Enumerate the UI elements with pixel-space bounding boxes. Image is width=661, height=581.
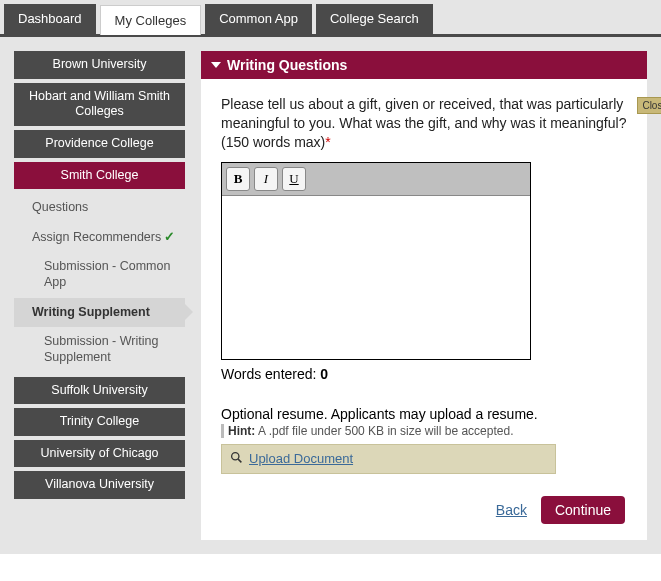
rich-text-editor: B I U [221,162,531,360]
continue-button[interactable]: Continue [541,496,625,524]
upload-bar: Upload Document [221,444,556,474]
college-list-bottom: Suffolk University Trinity College Unive… [14,377,185,500]
subnav-submission-writing-supplement[interactable]: Submission - Writing Supplement [14,327,185,372]
tab-common-app[interactable]: Common App [205,4,312,34]
chevron-down-icon [211,62,221,68]
tab-my-colleges[interactable]: My Colleges [100,5,202,35]
tab-college-search[interactable]: College Search [316,4,433,34]
action-row: Back Continue [221,496,627,524]
word-count: Words entered: 0 [221,366,627,382]
underline-button[interactable]: U [282,167,306,191]
sidebar: Brown University Hobart and William Smit… [0,37,195,554]
college-list-top: Brown University Hobart and William Smit… [14,51,185,189]
tab-dashboard[interactable]: Dashboard [4,4,96,34]
panel-title: Writing Questions [227,57,347,73]
college-trinity[interactable]: Trinity College [14,408,185,436]
essay-prompt: Please tell us about a gift, given or re… [221,95,627,152]
editor-toolbar: B I U [222,163,530,196]
essay-textarea[interactable] [222,196,530,356]
subnav-submission-common-app[interactable]: Submission - Common App [14,252,185,297]
subnav-questions[interactable]: Questions [14,193,185,223]
italic-button[interactable]: I [254,167,278,191]
college-villanova[interactable]: Villanova University [14,471,185,499]
main-panel: Close Writing Questions Please tell us a… [201,51,647,540]
optional-resume-text: Optional resume. Applicants may upload a… [221,406,627,422]
college-chicago[interactable]: University of Chicago [14,440,185,468]
close-button[interactable]: Close [637,97,661,114]
college-providence[interactable]: Providence College [14,130,185,158]
upload-document-link[interactable]: Upload Document [249,451,353,466]
college-brown[interactable]: Brown University [14,51,185,79]
top-tabs: Dashboard My Colleges Common App College… [0,0,661,37]
svg-line-1 [238,459,241,462]
required-mark: * [325,134,330,150]
hint-text: Hint: A .pdf file under 500 KB in size w… [221,424,627,438]
panel-header[interactable]: Writing Questions [201,51,647,79]
subnav: Questions Assign Recommenders Submission… [14,193,185,372]
subnav-writing-supplement[interactable]: Writing Supplement [14,298,185,328]
college-hobart[interactable]: Hobart and William Smith Colleges [14,83,185,126]
svg-point-0 [232,452,239,459]
bold-button[interactable]: B [226,167,250,191]
search-icon [230,451,243,467]
subnav-assign-recommenders[interactable]: Assign Recommenders [14,223,185,253]
college-suffolk[interactable]: Suffolk University [14,377,185,405]
college-smith[interactable]: Smith College [14,162,185,190]
back-link[interactable]: Back [496,502,527,518]
